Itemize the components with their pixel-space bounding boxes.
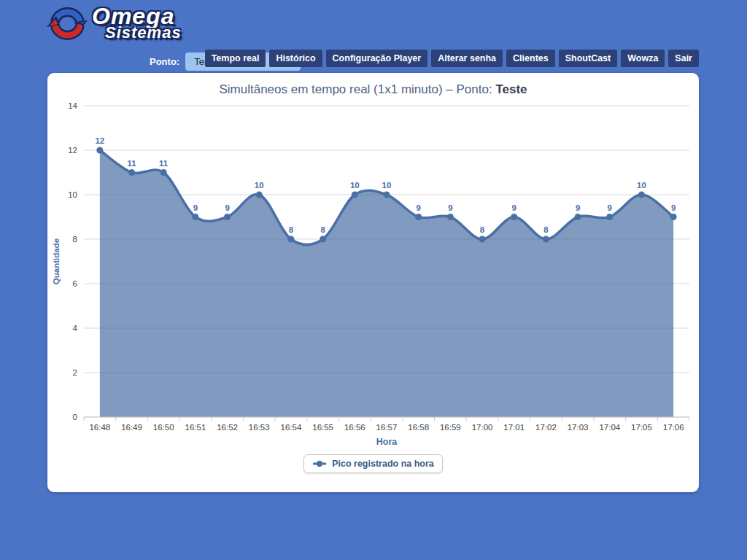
- data-point-marker[interactable]: [670, 214, 677, 220]
- y-axis-tick-label: 2: [73, 368, 77, 377]
- data-point-marker[interactable]: [511, 214, 517, 220]
- y-axis-tick-label: 14: [68, 101, 77, 110]
- y-axis-tick-label: 6: [73, 279, 77, 288]
- data-point-label: 11: [127, 159, 136, 168]
- data-point-label: 8: [480, 225, 485, 234]
- data-point-marker[interactable]: [192, 214, 198, 220]
- data-point-marker[interactable]: [256, 192, 263, 198]
- data-point-marker[interactable]: [224, 214, 231, 220]
- data-point-marker[interactable]: [543, 236, 549, 243]
- data-point-label: 10: [382, 181, 392, 190]
- x-axis-title: Hora: [376, 437, 398, 447]
- data-point-label: 9: [193, 203, 198, 212]
- data-point-label: 10: [637, 181, 646, 190]
- chart-title-main: Simultâneos em tempo real (1x1 minuto) –…: [219, 82, 495, 96]
- x-axis-tick-label: 16:53: [249, 423, 270, 432]
- x-axis-tick-label: 16:52: [217, 423, 238, 432]
- data-point-marker[interactable]: [638, 192, 645, 198]
- data-point-label: 10: [255, 181, 264, 190]
- chart-title-point-name: Teste: [495, 82, 527, 96]
- data-point-label: 9: [671, 203, 676, 212]
- nav-bar: Tempo realHistóricoConfiguração PlayerAl…: [205, 50, 699, 67]
- y-axis-tick-label: 0: [73, 413, 77, 421]
- x-axis-tick-label: 16:58: [408, 423, 429, 432]
- y-axis-tick-label: 12: [68, 146, 77, 155]
- x-axis-tick-label: 17:02: [535, 423, 557, 432]
- x-axis-tick-label: 16:59: [440, 423, 461, 432]
- chart-title: Simultâneos em tempo real (1x1 minuto) –…: [47, 73, 699, 97]
- data-point-marker[interactable]: [352, 192, 358, 198]
- data-point-label: 9: [225, 203, 229, 212]
- data-point-marker[interactable]: [384, 192, 390, 198]
- nav-button-configuracao-player[interactable]: Configuração Player: [326, 50, 428, 67]
- data-point-marker[interactable]: [320, 236, 326, 243]
- legend-item[interactable]: Pico registrado na hora: [303, 454, 443, 473]
- data-point-marker[interactable]: [160, 169, 167, 176]
- data-point-label: 9: [448, 203, 452, 212]
- app-logo: Omega Sistemas: [47, 4, 182, 42]
- data-point-marker[interactable]: [96, 147, 103, 154]
- logo-text-line2: Sistemas: [105, 25, 182, 41]
- data-point-label: 9: [416, 203, 420, 212]
- y-axis-tick-label: 8: [73, 235, 77, 244]
- x-axis-tick-label: 16:50: [153, 423, 174, 432]
- nav-button-alterar-senha[interactable]: Alterar senha: [431, 50, 503, 67]
- x-axis-tick-label: 17:00: [472, 423, 493, 432]
- data-point-label: 10: [350, 181, 360, 190]
- y-axis-tick-label: 4: [73, 324, 78, 332]
- nav-button-wowza[interactable]: Wowza: [621, 50, 665, 67]
- y-axis-title: Quantidade: [52, 238, 61, 284]
- x-axis-tick-label: 17:01: [503, 423, 525, 432]
- x-axis-tick-label: 17:06: [663, 423, 684, 432]
- nav-button-shoutcast[interactable]: ShoutCast: [559, 50, 618, 67]
- x-axis-tick-label: 16:48: [89, 423, 110, 432]
- y-axis-tick-label: 10: [68, 190, 77, 199]
- data-point-marker[interactable]: [479, 236, 486, 243]
- x-axis-tick-label: 16:49: [121, 423, 142, 432]
- data-point-marker[interactable]: [128, 169, 135, 176]
- x-axis-tick-label: 17:04: [599, 423, 620, 432]
- ponto-label: Ponto:: [150, 56, 179, 67]
- x-axis-tick-label: 16:51: [185, 423, 206, 432]
- series-area-fill: [100, 150, 673, 417]
- x-axis-tick-label: 17:05: [631, 423, 652, 432]
- data-point-marker[interactable]: [287, 236, 294, 243]
- nav-button-sair[interactable]: Sair: [668, 50, 699, 67]
- data-point-marker[interactable]: [606, 214, 613, 220]
- data-point-label: 9: [512, 203, 516, 212]
- legend-series-marker-icon: [312, 459, 327, 468]
- nav-button-historico[interactable]: Histórico: [269, 50, 322, 67]
- legend-label: Pico registrado na hora: [332, 459, 434, 469]
- x-axis-tick-label: 16:55: [312, 423, 333, 432]
- data-point-label: 8: [289, 225, 294, 234]
- chart-panel: Simultâneos em tempo real (1x1 minuto) –…: [47, 73, 699, 492]
- nav-button-clientes[interactable]: Clientes: [506, 50, 555, 67]
- data-point-label: 9: [608, 203, 612, 212]
- data-point-label: 8: [543, 225, 549, 234]
- x-axis-tick-label: 16:57: [376, 423, 398, 432]
- data-point-label: 8: [320, 225, 325, 234]
- data-point-label: 9: [576, 203, 580, 212]
- data-point-marker[interactable]: [575, 214, 581, 220]
- data-point-marker[interactable]: [447, 214, 454, 220]
- data-point-label: 11: [159, 159, 169, 168]
- data-point-marker[interactable]: [415, 214, 422, 220]
- chart-svg: 121111991088101099898991090246810121416:…: [47, 98, 699, 450]
- x-axis-tick-label: 16:56: [344, 423, 365, 432]
- x-axis-tick-label: 16:54: [281, 423, 302, 432]
- nav-button-tempo-real[interactable]: Tempo real: [205, 50, 266, 67]
- data-point-label: 12: [95, 136, 104, 145]
- omega-swirl-icon: [47, 4, 88, 42]
- x-axis-tick-label: 17:03: [568, 423, 589, 432]
